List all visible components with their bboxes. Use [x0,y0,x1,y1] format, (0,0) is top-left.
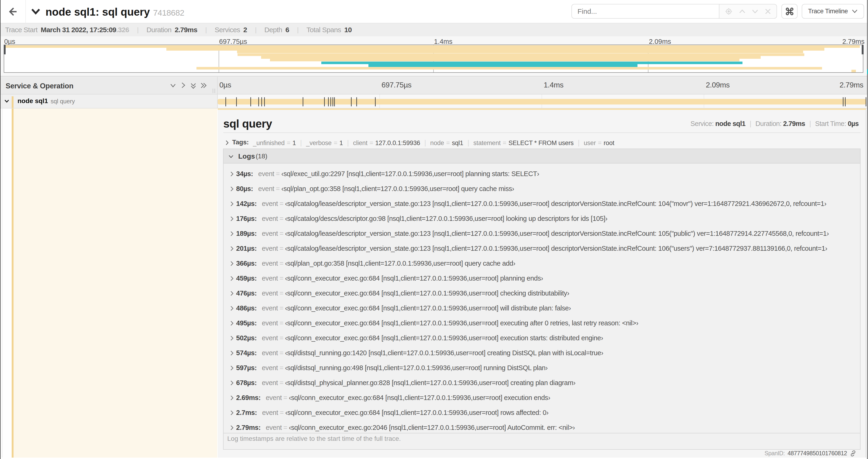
command-icon [785,7,794,16]
collapse-one-chevron-down-icon[interactable] [170,84,176,88]
link-icon[interactable] [850,450,856,457]
minimap-left-scrubber[interactable] [4,45,6,54]
locate-icon[interactable] [724,7,733,16]
log-field-key: event [258,185,274,192]
tag-value: 1 [292,139,296,146]
minimap-span-bar [4,45,860,48]
log-row[interactable]: 495µs:event=‹sql/conn_executor_exec.go:6… [223,313,860,328]
prev-result-chevron-up-icon[interactable] [738,7,746,15]
span-duration-bar[interactable] [218,99,866,104]
log-row[interactable]: 476µs:event=‹sql/conn_executor_exec.go:6… [223,283,860,298]
log-equals: = [274,185,281,192]
view-type-label: Trace Timeline [808,8,848,15]
tag-key: node [430,139,444,146]
detail-color-accent[interactable] [12,108,13,458]
log-field-key: event [262,274,278,282]
log-row[interactable]: 597µs:event=‹sql/distsql_running.go:498 … [223,358,860,373]
detail-meta-label: Duration: [755,120,783,127]
span-log-marker[interactable] [225,97,226,106]
minimap-span-bar [321,62,742,64]
log-row[interactable]: 2.69ms:event=‹sql/conn_executor_exec.go:… [223,388,860,403]
span-log-marker[interactable] [375,97,376,106]
span-id-label: SpanID: [765,450,785,457]
span-children-chevron-down-icon[interactable] [4,100,9,103]
log-row[interactable]: 201µs:event=‹sql/catalog/lease/descripto… [223,239,860,254]
log-timestamp: 80µs: [236,185,258,192]
log-field-key: event [262,364,278,371]
log-row[interactable]: 176µs:event=‹sql/catalog/descs/descripto… [223,209,860,224]
span-log-marker[interactable] [333,97,333,106]
clear-find-close-icon[interactable] [764,7,772,15]
log-equals: = [278,409,285,416]
span-log-marker[interactable] [334,97,335,106]
log-timestamp: 476µs: [236,289,262,297]
log-row[interactable]: 366µs:event=‹sql/plan_opt.go:358 [nsql1,… [223,254,860,268]
span-log-marker[interactable] [236,97,237,106]
span-id-value: 4877749850101760812 [787,450,847,457]
log-field-key: event [262,245,278,252]
span-detail-panel: sql query Service: node sql1|Duration: 2… [218,108,866,458]
keyboard-shortcuts-button[interactable] [781,4,798,19]
span-log-marker[interactable] [845,97,846,106]
tags-row[interactable]: Tags: _unfinished=1|_verbose=1|client=12… [223,137,861,147]
back-button[interactable] [0,0,26,23]
log-row[interactable]: 678µs:event=‹sql/distsql_physical_planne… [223,373,860,388]
service-operation-title: Service & Operation [6,82,73,90]
log-field-value: ‹sql/conn_executor_exec.go:684 [nsql1,cl… [285,304,571,312]
span-log-marker[interactable] [843,97,843,106]
find-buttons [719,4,777,19]
log-row[interactable]: 80µs:event=‹sql/plan_opt.go:358 [nsql1,c… [223,179,860,194]
span-log-marker[interactable] [866,97,866,106]
span-log-marker[interactable] [303,97,303,106]
log-row[interactable]: 189µs:event=‹sql/catalog/lease/descripto… [223,224,860,239]
summary-label: Services [215,26,240,34]
log-row[interactable]: 459µs:event=‹sql/conn_executor_exec.go:6… [223,268,860,283]
log-row[interactable]: 2.79ms:event=‹sql/conn_executor_exec.go:… [223,418,860,433]
find-input[interactable] [571,4,719,19]
logs-header[interactable]: Logs (18) [223,149,860,163]
log-rows: 34µs:event=‹sql/exec_util.go:2297 [nsql1… [223,164,860,433]
trace-summary-bar: Trace StartMarch 31 2022, 17:25:09.326|D… [0,23,867,36]
span-log-marker[interactable] [328,97,329,106]
log-row[interactable]: 502µs:event=‹sql/conn_executor_exec.go:6… [223,328,860,343]
minimap-canvas[interactable] [4,44,863,73]
log-timestamp: 176µs: [236,215,262,222]
span-log-marker[interactable] [261,97,262,106]
span-log-marker[interactable] [351,97,352,106]
summary-label: Trace Start [5,26,37,34]
span-log-marker[interactable] [331,97,331,106]
span-log-marker[interactable] [258,97,259,106]
log-row[interactable]: 2.7ms:event=‹sql/conn_executor_exec.go:6… [223,403,860,418]
log-chevron-right-icon [230,246,234,251]
tags-chevron-right-icon [226,140,229,145]
log-timestamp: 2.69ms: [236,394,266,401]
divider [223,132,861,133]
column-resizer-grip[interactable] [213,89,215,93]
expand-all-double-chevron-right-icon[interactable] [201,83,207,88]
minimap-right-scrubber[interactable] [862,45,864,54]
view-type-dropdown[interactable]: Trace Timeline [802,4,864,19]
tag-equals: = [501,139,509,146]
timeline-ruler-label: 2.79ms [840,81,863,89]
expand-one-chevron-right-icon[interactable] [181,82,186,88]
log-row[interactable]: 142µs:event=‹sql/catalog/lease/descripto… [223,194,860,209]
log-field-key: event [266,394,282,401]
span-timeline-cell[interactable] [218,94,866,108]
log-row[interactable]: 486µs:event=‹sql/conn_executor_exec.go:6… [223,298,860,313]
detail-name-column-fill[interactable] [13,108,217,458]
log-timestamp: 34µs: [236,170,258,177]
log-field-key: event [262,379,278,387]
collapse-all-double-chevron-down-icon[interactable] [191,83,196,89]
log-row[interactable]: 574µs:event=‹sql/distsql_running.go:1420… [223,343,860,358]
span-log-marker[interactable] [324,97,325,106]
span-row[interactable]: node sql1 sql query [0,94,867,108]
chevron-down-icon [852,9,858,13]
span-log-marker[interactable] [356,97,357,106]
span-log-marker[interactable] [250,97,251,106]
tag-equals: = [285,139,292,146]
span-name-column[interactable]: node sql1 sql query [0,94,217,108]
next-result-chevron-down-icon[interactable] [751,7,759,15]
collapse-title-chevron-icon[interactable] [31,8,40,15]
log-row[interactable]: 34µs:event=‹sql/exec_util.go:2297 [nsql1… [223,164,860,179]
span-log-marker[interactable] [264,97,265,106]
